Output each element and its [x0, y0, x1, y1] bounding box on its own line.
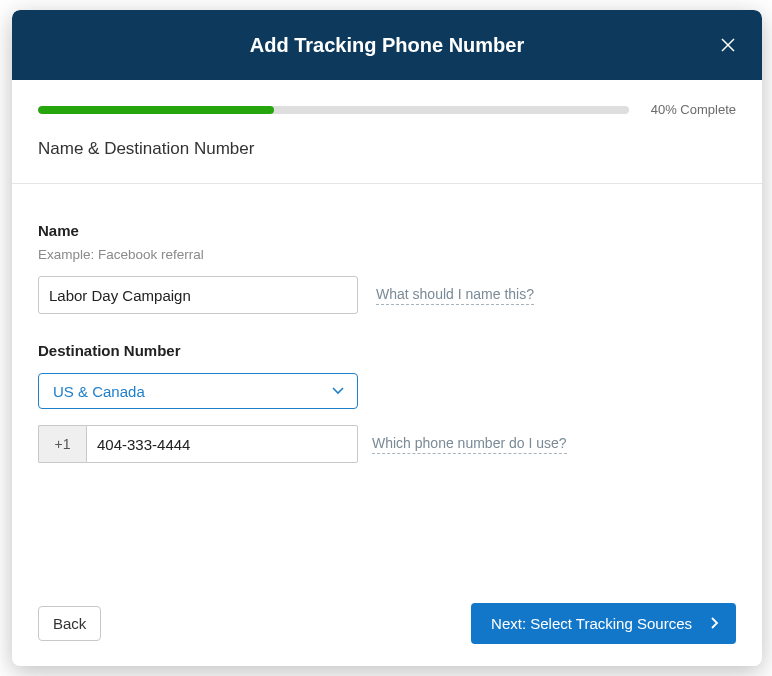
next-button[interactable]: Next: Select Tracking Sources: [471, 603, 736, 644]
name-help-link[interactable]: What should I name this?: [376, 286, 534, 305]
page-backdrop: Add Tracking Phone Number 40% Complete N…: [0, 0, 772, 676]
modal-footer: Back Next: Select Tracking Sources: [12, 583, 762, 666]
destination-country-row: US & Canada: [38, 373, 736, 409]
phone-input-group: +1: [38, 425, 358, 463]
section-header: Name & Destination Number: [12, 117, 762, 184]
country-select-value: US & Canada: [53, 383, 145, 400]
chevron-down-icon: [331, 383, 345, 400]
progress-row: 40% Complete: [12, 80, 762, 117]
name-label: Name: [38, 222, 736, 239]
next-button-label: Next: Select Tracking Sources: [491, 615, 692, 632]
back-button[interactable]: Back: [38, 606, 101, 641]
progress-fill: [38, 106, 274, 114]
destination-help-link[interactable]: Which phone number do I use?: [372, 435, 567, 454]
modal-title: Add Tracking Phone Number: [250, 34, 524, 57]
chevron-right-icon: [708, 615, 720, 632]
progress-label: 40% Complete: [651, 102, 736, 117]
destination-label: Destination Number: [38, 342, 736, 359]
close-icon[interactable]: [714, 31, 742, 59]
name-hint: Example: Facebook referral: [38, 247, 736, 262]
add-tracking-number-modal: Add Tracking Phone Number 40% Complete N…: [12, 10, 762, 666]
country-code-prefix: +1: [38, 425, 86, 463]
section-title: Name & Destination Number: [38, 139, 736, 173]
modal-header: Add Tracking Phone Number: [12, 10, 762, 80]
destination-phone-row: +1 Which phone number do I use?: [38, 425, 736, 463]
name-row: What should I name this?: [38, 276, 736, 314]
country-select[interactable]: US & Canada: [38, 373, 358, 409]
name-input[interactable]: [38, 276, 358, 314]
destination-phone-input[interactable]: [86, 425, 358, 463]
modal-body: Name Example: Facebook referral What sho…: [12, 184, 762, 583]
progress-bar: [38, 106, 629, 114]
